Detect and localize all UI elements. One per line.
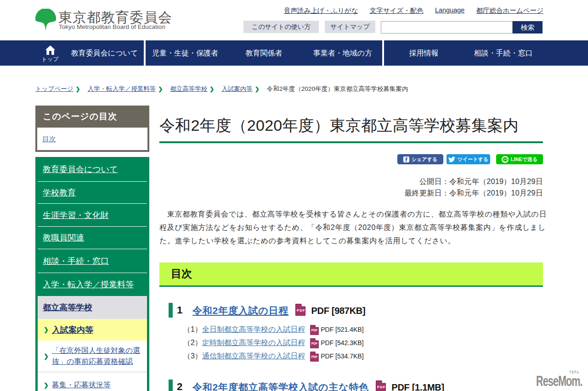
svg-text:PDF: PDF <box>311 342 317 345</box>
svg-text:PDF: PDF <box>377 385 385 389</box>
svg-text:PDF: PDF <box>297 308 305 313</box>
svg-text:PDF: PDF <box>311 329 317 332</box>
svg-text:PDF: PDF <box>311 355 317 358</box>
